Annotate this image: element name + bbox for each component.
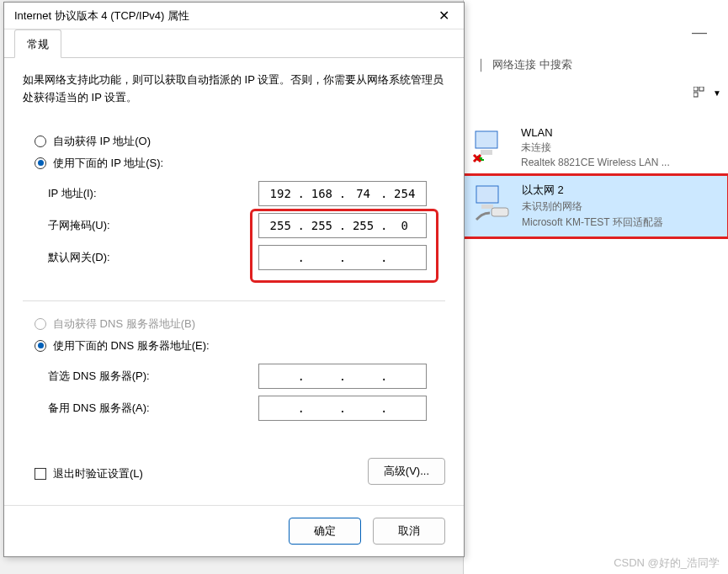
radio-manual-ip[interactable]: 使用下面的 IP 地址(S): (23, 152, 445, 174)
search-icon: ▏ (481, 59, 489, 72)
svg-rect-5 (476, 186, 498, 203)
view-list-icon[interactable] (693, 86, 706, 99)
radio-auto-ip[interactable]: 自动获得 IP 地址(O) (23, 130, 445, 152)
network-connections-panel: — ▏ 网络连接 中搜索 ▼ WLAN 未连接 Realtek 8821CE W… (463, 0, 728, 574)
network-status: 未连接 (521, 141, 670, 155)
radio-icon (35, 157, 46, 169)
network-adapter: Microsoft KM-TEST 环回适配器 (522, 215, 663, 230)
radio-icon (35, 136, 46, 147)
titlebar: Internet 协议版本 4 (TCP/IPv4) 属性 ✕ (4, 3, 464, 29)
svg-rect-1 (699, 87, 704, 91)
radio-manual-dns[interactable]: 使用下面的 DNS 服务器地址(E): (23, 335, 445, 357)
divider (23, 300, 445, 301)
network-item-wlan[interactable]: WLAN 未连接 Realtek 8821CE Wireless LAN ... (464, 120, 728, 175)
svg-rect-3 (476, 131, 497, 148)
ip-address-input[interactable]: 192. 168. 74. 254 (258, 181, 427, 206)
radio-label: 使用下面的 DNS 服务器地址(E): (53, 338, 210, 353)
svg-rect-7 (492, 208, 508, 216)
search-placeholder[interactable]: 网络连接 中搜索 (492, 57, 572, 72)
close-icon[interactable]: ✕ (430, 8, 457, 24)
network-item-ethernet2[interactable]: 以太网 2 未识别的网络 Microsoft KM-TEST 环回适配器 (464, 175, 728, 237)
ipv4-properties-dialog: Internet 协议版本 4 (TCP/IPv4) 属性 ✕ 常规 如果网络支… (3, 2, 465, 557)
svg-rect-6 (481, 205, 493, 209)
ip-option-group: 自动获得 IP 地址(O) 使用下面的 IP 地址(S): IP 地址(I): … (23, 130, 445, 277)
svg-rect-0 (693, 87, 698, 91)
ethernet-icon (473, 183, 513, 223)
radio-icon (35, 318, 46, 330)
network-status: 未识别的网络 (522, 199, 663, 214)
ip-address-label: IP 地址(I): (48, 186, 258, 201)
preferred-dns-label: 首选 DNS 服务器(P): (48, 369, 258, 384)
tab-general[interactable]: 常规 (14, 29, 61, 58)
network-adapter: Realtek 8821CE Wireless LAN ... (521, 157, 670, 168)
svg-rect-2 (693, 93, 698, 97)
dialog-footer: 确定 取消 (4, 505, 464, 556)
alternate-dns-label: 备用 DNS 服务器(A): (48, 401, 258, 416)
description-text: 如果网络支持此功能，则可以获取自动指派的 IP 设置。否则，你需要从网络系统管理… (23, 72, 445, 107)
gateway-label: 默认网关(D): (48, 250, 258, 265)
network-name: WLAN (521, 126, 670, 139)
network-name: 以太网 2 (522, 183, 663, 198)
tab-row: 常规 (4, 29, 464, 58)
advanced-button[interactable]: 高级(V)... (368, 458, 445, 485)
watermark: CSDN @好的_浩同学 (614, 555, 720, 571)
radio-icon (35, 340, 46, 352)
radio-auto-dns: 自动获得 DNS 服务器地址(B) (23, 313, 445, 335)
radio-label: 自动获得 IP 地址(O) (53, 134, 151, 149)
search-row: ▏ 网络连接 中搜索 (464, 52, 728, 77)
alternate-dns-input[interactable]: . . . (258, 396, 427, 421)
explorer-toolbar: ▼ (464, 82, 728, 103)
radio-label: 使用下面的 IP 地址(S): (53, 156, 163, 171)
wlan-icon (472, 126, 513, 167)
gateway-input[interactable]: . . . (258, 245, 427, 270)
window-minimize-button[interactable]: — (683, 24, 716, 41)
svg-rect-4 (481, 150, 492, 155)
dropdown-icon[interactable]: ▼ (713, 88, 721, 98)
subnet-mask-input[interactable]: 255. 255. 255. 0 (258, 213, 427, 238)
ok-button[interactable]: 确定 (289, 518, 361, 545)
preferred-dns-input[interactable]: . . . (258, 364, 427, 389)
dialog-title: Internet 协议版本 4 (TCP/IPv4) 属性 (14, 8, 189, 24)
subnet-mask-label: 子网掩码(U): (48, 218, 258, 233)
dns-option-group: 自动获得 DNS 服务器地址(B) 使用下面的 DNS 服务器地址(E): 首选… (23, 313, 445, 428)
radio-label: 自动获得 DNS 服务器地址(B) (53, 316, 195, 332)
cancel-button[interactable]: 取消 (373, 518, 445, 545)
